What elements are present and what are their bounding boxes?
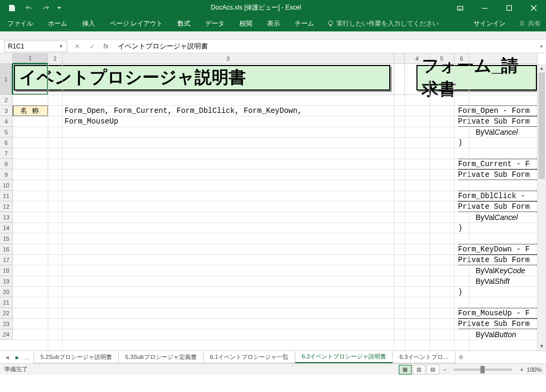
code-line[interactable]: Private Sub Form [458, 318, 538, 329]
row-header[interactable]: 11 [0, 191, 13, 201]
row-header[interactable]: 7 [0, 148, 13, 159]
row-header[interactable]: 9 [0, 169, 13, 180]
tab-pagelayout[interactable]: ページ レイアウト [102, 15, 170, 31]
signin-button[interactable]: サインイン [466, 19, 513, 28]
svg-rect-2 [507, 5, 512, 10]
row-header[interactable]: 18 [0, 265, 13, 276]
formula-bar-expand-icon[interactable]: ▾ [536, 44, 546, 49]
zoom-slider-handle[interactable] [480, 366, 485, 373]
row-header[interactable]: 16 [0, 244, 13, 255]
maximize-icon[interactable] [497, 0, 521, 15]
col-header[interactable] [394, 53, 405, 64]
tab-data[interactable]: データ [198, 15, 232, 31]
redo-icon[interactable] [37, 0, 54, 15]
scroll-up-icon[interactable]: ▲ [537, 64, 546, 72]
tab-file[interactable]: ファイル [0, 15, 41, 31]
sheet-nav-ellipsis[interactable]: ... [25, 354, 29, 361]
row-header[interactable]: 6 [0, 137, 13, 148]
formula-input[interactable]: イベントプロシージャ説明書 [111, 42, 536, 51]
cell-label-name[interactable]: 名 称 [13, 105, 48, 116]
close-icon[interactable] [521, 0, 546, 15]
sheet-tab[interactable]: 5.2Subプロシージャ説明書 [34, 352, 119, 363]
save-icon[interactable] [3, 0, 20, 15]
view-pagebreak-icon[interactable]: ▤ [427, 365, 439, 374]
cells-area[interactable]: イベントプロシージャ説明書 フォーム_請求書 名 称 Form_Open, Fo… [13, 64, 536, 350]
ribbon-options-icon[interactable] [448, 0, 472, 15]
code-line[interactable]: Form_Current - F [458, 159, 538, 169]
name-box[interactable]: R1C1 ▼ [4, 40, 67, 52]
doc-title-cell[interactable]: イベントプロシージャ説明書 [14, 65, 390, 91]
row-header[interactable]: 17 [0, 255, 13, 265]
code-text: ByVal [476, 213, 495, 222]
minimize-icon[interactable] [472, 0, 497, 15]
row-header[interactable]: 21 [0, 297, 13, 308]
code-line[interactable]: ) [458, 137, 462, 148]
cancel-formula-icon[interactable]: ✕ [75, 43, 80, 50]
tab-insert[interactable]: 挿入 [75, 15, 102, 31]
zoom-level[interactable]: 100% [527, 366, 542, 373]
tab-team[interactable]: チーム [287, 15, 322, 31]
zoom-out-icon[interactable]: − [443, 366, 446, 373]
row-header[interactable]: 20 [0, 287, 13, 297]
col-header[interactable]: 2 [48, 53, 62, 64]
code-line[interactable]: Form_KeyDown - F [458, 244, 538, 255]
code-line[interactable]: Form_MouseUp - F [458, 308, 538, 318]
sheet-tab[interactable]: 6.3イベントプロ… [392, 352, 455, 363]
qat-customize-icon[interactable] [54, 0, 64, 15]
row-header[interactable]: 2 [0, 95, 13, 105]
row-header[interactable]: 12 [0, 201, 13, 212]
code-line[interactable]: Private Sub Form [458, 255, 538, 265]
row-header[interactable]: 3 [0, 105, 13, 116]
code-line[interactable]: Form_Open - Form [458, 105, 538, 116]
row-header[interactable]: 4 [0, 116, 13, 127]
tab-view[interactable]: 表示 [260, 15, 287, 31]
insert-function-icon[interactable]: fx [100, 43, 111, 50]
row-header[interactable]: 14 [0, 223, 13, 233]
name-box-dropdown-icon[interactable]: ▼ [59, 44, 63, 49]
tell-me-box[interactable]: 実行したい作業を入力してください [322, 19, 444, 28]
sheet-tab[interactable]: 6.1イベントプロシージャ一覧 [203, 352, 295, 363]
row-header[interactable]: 22 [0, 308, 13, 318]
code-line[interactable]: Private Sub Form [458, 201, 538, 212]
col-header[interactable]: 1 [13, 53, 48, 64]
view-normal-icon[interactable]: ▦ [399, 365, 412, 374]
tab-formulas[interactable]: 数式 [170, 15, 198, 31]
row-header[interactable]: 8 [0, 159, 13, 169]
zoom-slider[interactable] [454, 369, 512, 371]
tab-review[interactable]: 校閲 [232, 15, 260, 31]
undo-icon[interactable] [20, 0, 37, 15]
share-button[interactable]: 共有 [513, 19, 546, 28]
code-line[interactable]: ) [458, 287, 462, 297]
cell-r4c3[interactable]: Form_MouseUp [62, 116, 394, 127]
name-box-value: R1C1 [8, 43, 25, 50]
add-sheet-icon[interactable]: ⊕ [455, 354, 467, 361]
status-text: 準備完了 [4, 365, 28, 373]
row-header[interactable]: 24 [0, 329, 13, 340]
code-line[interactable]: ) [458, 223, 462, 233]
row-header[interactable]: 19 [0, 276, 13, 287]
select-all-cell[interactable] [0, 53, 13, 64]
sheet-nav-first-icon[interactable]: ◄ [4, 354, 10, 361]
row-header[interactable]: 15 [0, 233, 13, 244]
sheet-tab-active[interactable]: 6.2イベントプロシージャ説明書 [295, 351, 393, 363]
tab-home[interactable]: ホーム [41, 15, 75, 31]
row-header[interactable]: 23 [0, 318, 13, 329]
enter-formula-icon[interactable]: ✓ [90, 43, 95, 50]
row-header[interactable]: 13 [0, 212, 13, 223]
scroll-down-icon[interactable]: ▼ [537, 342, 546, 350]
sheet-nav-next-icon[interactable]: ► [14, 354, 20, 361]
row-header[interactable]: 1 [0, 64, 13, 95]
cell-r3c3[interactable]: Form_Open, Form_Current, Form_DblClick, … [62, 105, 394, 116]
view-pagelayout-icon[interactable]: ▥ [413, 365, 425, 374]
code-line[interactable]: Form_DblClick - [458, 191, 538, 201]
code-line[interactable]: Private Sub Form [458, 116, 538, 127]
scrollbar-thumb[interactable] [539, 72, 545, 179]
sheet-tab[interactable]: 5.3Subプロシージャ定義書 [118, 352, 204, 363]
zoom-in-icon[interactable]: + [520, 366, 523, 373]
code-line[interactable]: Private Sub Form [458, 169, 538, 180]
row-header[interactable]: 5 [0, 127, 13, 137]
form-title-cell[interactable]: フォーム_請求書 [416, 65, 537, 91]
col-header[interactable]: 3 [62, 53, 394, 64]
vertical-scrollbar[interactable]: ▲ ▼ [537, 64, 546, 350]
row-header[interactable]: 10 [0, 180, 13, 191]
